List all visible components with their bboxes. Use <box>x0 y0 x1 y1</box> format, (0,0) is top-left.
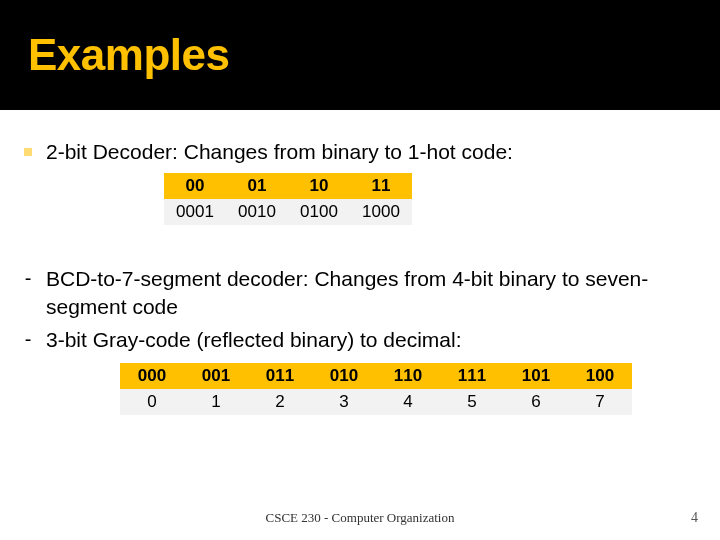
table-header-cell: 111 <box>440 363 504 389</box>
table-header-cell: 00 <box>164 173 226 199</box>
bullet-3-text: 3-bit Gray-code (reflected binary) to de… <box>46 326 462 353</box>
footer-course: CSCE 230 - Computer Organization <box>0 510 720 526</box>
table-header-cell: 000 <box>120 363 184 389</box>
table-cell: 4 <box>376 389 440 415</box>
title-band: Examples <box>0 0 720 110</box>
gray-code-table: 000 001 011 010 110 111 101 100 0 1 2 3 … <box>120 363 632 415</box>
table-header-cell: 01 <box>226 173 288 199</box>
table-header-cell: 110 <box>376 363 440 389</box>
table-row: 000 001 011 010 110 111 101 100 <box>120 363 632 389</box>
table-header-cell: 11 <box>350 173 412 199</box>
footer-page-number: 4 <box>691 510 698 526</box>
slide-title: Examples <box>28 30 229 80</box>
table-row: 0 1 2 3 4 5 6 7 <box>120 389 632 415</box>
table-cell: 2 <box>248 389 312 415</box>
table-cell: 1000 <box>350 199 412 225</box>
bullet-1-text: 2-bit Decoder: Changes from binary to 1-… <box>46 138 513 165</box>
table-cell: 0 <box>120 389 184 415</box>
table-cell: 0001 <box>164 199 226 225</box>
table-row: 0001 0010 0100 1000 <box>164 199 412 225</box>
table-header-cell: 011 <box>248 363 312 389</box>
dash-bullet-icon: - <box>24 267 32 290</box>
table-header-cell: 101 <box>504 363 568 389</box>
table-cell: 0100 <box>288 199 350 225</box>
dash-bullet-icon: - <box>24 328 32 351</box>
slide-content: 2-bit Decoder: Changes from binary to 1-… <box>0 110 720 415</box>
table-header-cell: 010 <box>312 363 376 389</box>
table-cell: 6 <box>504 389 568 415</box>
bullet-3: - 3-bit Gray-code (reflected binary) to … <box>24 326 696 353</box>
table-header-cell: 100 <box>568 363 632 389</box>
table-header-cell: 10 <box>288 173 350 199</box>
table-cell: 1 <box>184 389 248 415</box>
bullet-1: 2-bit Decoder: Changes from binary to 1-… <box>24 138 696 165</box>
table-header-cell: 001 <box>184 363 248 389</box>
table-row: 00 01 10 11 <box>164 173 412 199</box>
table-cell: 7 <box>568 389 632 415</box>
table-cell: 3 <box>312 389 376 415</box>
decoder-table: 00 01 10 11 0001 0010 0100 1000 <box>164 173 412 225</box>
table-cell: 0010 <box>226 199 288 225</box>
table-cell: 5 <box>440 389 504 415</box>
bullet-2-text: BCD-to-7-segment decoder: Changes from 4… <box>46 265 696 320</box>
bullet-2: - BCD-to-7-segment decoder: Changes from… <box>24 265 696 320</box>
square-bullet-icon <box>24 148 32 156</box>
